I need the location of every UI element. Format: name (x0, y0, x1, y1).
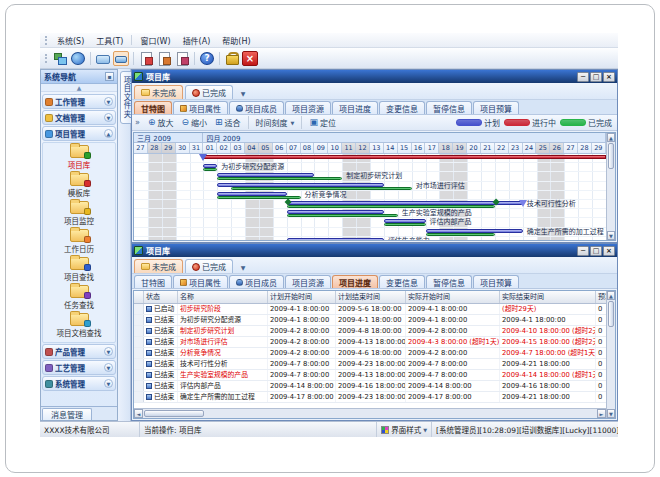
chevron-down-icon[interactable]: ▼ (104, 379, 113, 388)
table-row[interactable]: 已结束制定初步研究计划2009-4-2 8:00:002009-4-8 18:0… (134, 326, 606, 337)
column-header-计划结束时间[interactable]: 计划结束时间 (336, 291, 406, 303)
filter-tab-已完成[interactable]: 已完成 (185, 85, 233, 99)
tab-项目成员[interactable]: 项目成员 (229, 101, 284, 114)
planned-bar[interactable] (217, 183, 384, 187)
menu-system[interactable]: 系统(S) (51, 34, 90, 47)
scroll-thumb[interactable] (144, 410, 204, 417)
column-header-实际开始时间[interactable]: 实际开始时间 (406, 291, 500, 303)
maximize-button[interactable]: □ (590, 246, 602, 256)
network-icon[interactable] (52, 51, 68, 66)
table-row[interactable]: 已结束为初步研究分配资源2009-4-1 8:00:002009-4-1 18:… (134, 315, 606, 326)
minimize-button[interactable]: ─ (577, 246, 589, 256)
tab-暂停信息[interactable]: 暂停信息 (426, 275, 472, 288)
sidebar-item-项目监控[interactable]: 项目监控 (64, 201, 94, 226)
tab-项目属性[interactable]: 项目属性 (173, 101, 228, 114)
column-header-预算[interactable]: 预算 (596, 291, 606, 303)
tab-项目属性[interactable]: 项目属性 (173, 275, 228, 288)
filter-tab-未完成[interactable]: 未完成 (134, 85, 183, 99)
chevron-down-icon[interactable]: ▼ (104, 113, 113, 122)
scroll-down-icon[interactable]: ▼ (607, 409, 615, 418)
sidebar-section-4[interactable]: 产品管理▼ (42, 344, 116, 359)
completed-bar[interactable] (287, 214, 398, 217)
chevron-down-icon[interactable]: ▼ (104, 97, 113, 106)
menu-window[interactable]: 窗口(W) (134, 34, 176, 47)
close-button[interactable]: × (603, 246, 615, 256)
sidebar-item-项目文档查找[interactable]: 项目文档查找 (57, 313, 102, 338)
menu-plugin[interactable]: 插件(A) (177, 34, 217, 47)
completed-bar[interactable] (426, 233, 495, 236)
completed-bar[interactable] (231, 187, 411, 190)
zoom-out-button[interactable]: ⊖缩小 (177, 116, 211, 129)
zoom-in-button[interactable]: ⊕放大 (144, 116, 178, 129)
chevron-up-icon[interactable]: ▲ (104, 129, 113, 138)
scroll-up-icon[interactable]: ▲ (607, 133, 615, 142)
column-header-计划开始时间[interactable]: 计划开始时间 (268, 291, 336, 303)
table-row[interactable]: 已结束生产实验室规模的产品2009-4-7 8:00:002009-4-13 1… (134, 370, 606, 381)
tab-项目资源[interactable]: 项目资源 (285, 275, 331, 288)
tab-变更信息[interactable]: 变更信息 (379, 101, 425, 114)
ui-style-button[interactable]: 界面样式 ▼ (377, 422, 432, 437)
sidebar-section-2[interactable]: 文档管理▼ (42, 110, 116, 125)
zoom-fit-button[interactable]: ⊞适合 (211, 116, 245, 129)
completed-bar[interactable] (203, 168, 217, 171)
timescale-button[interactable]: 时间刻度▼ (252, 116, 299, 129)
sidebar-section-6[interactable]: 系统管理▼ (42, 376, 116, 391)
tab-项目预算[interactable]: 项目预算 (473, 275, 519, 288)
lock-icon[interactable] (224, 51, 240, 66)
column-header-实际结束时间[interactable]: 实际结束时间 (500, 291, 596, 303)
sidebar-item-项目查找[interactable]: 项目查找 (64, 257, 94, 282)
tab-甘特图[interactable]: 甘特图 (134, 275, 172, 288)
table-row[interactable]: 已结束对市场进行评估2009-4-2 8:00:002009-4-13 18:0… (134, 337, 606, 348)
sidebar-collapse-button[interactable]: ▲ (41, 84, 117, 92)
sidebar-item-模板库[interactable]: 模板库 (68, 173, 91, 198)
filter-tab-已完成[interactable]: 已完成 (185, 259, 233, 273)
table-horizontal-scrollbar[interactable]: ◄ ► (134, 408, 606, 418)
close-button[interactable]: × (603, 72, 615, 82)
scroll-right-icon[interactable]: ► (597, 409, 606, 418)
chevron-down-icon[interactable]: ▼ (104, 347, 113, 356)
gantt-vertical-scrollbar[interactable]: ▲ ▼ (606, 133, 615, 240)
scroll-up-icon[interactable]: ▲ (607, 291, 615, 300)
column-header-状态[interactable]: 状态 (144, 291, 178, 303)
scroll-thumb[interactable] (608, 143, 614, 169)
sidebar-item-项目库[interactable]: 项目库 (68, 145, 91, 170)
tab-项目资源[interactable]: 项目资源 (285, 101, 331, 114)
sidebar-section-5[interactable]: 工艺管理▼ (42, 360, 116, 375)
gantt-window-titlebar[interactable]: 项目库 ─ □ × (132, 70, 617, 83)
table-vertical-scrollbar[interactable]: ▲ ▼ (606, 291, 615, 418)
sidebar-section-3[interactable]: 项目管理▲ (42, 126, 116, 141)
globe-icon[interactable] (70, 51, 86, 66)
help-icon[interactable] (199, 51, 215, 66)
tab-项目成员[interactable]: 项目成员 (229, 275, 284, 288)
tab-message-management[interactable]: 消息管理 (42, 408, 92, 420)
exit-icon[interactable] (242, 51, 258, 66)
tab-项目进度[interactable]: 项目进度 (332, 275, 378, 288)
inprogress-bar[interactable] (203, 155, 606, 159)
planned-bar[interactable] (426, 229, 523, 233)
chevron-down-icon[interactable]: ▼ (104, 363, 113, 372)
scroll-left-icon[interactable]: ◄ (134, 409, 143, 418)
table-row[interactable]: 已结束确定生产所需的加工过程2009-4-17 8:00:002009-4-23… (134, 392, 606, 403)
folder-open-icon[interactable] (113, 51, 129, 66)
menu-tools[interactable]: 工具(T) (90, 34, 129, 47)
completed-bar[interactable] (384, 223, 426, 226)
tab-暂停信息[interactable]: 暂停信息 (426, 101, 472, 114)
filter-more-button[interactable]: ▼ (237, 261, 249, 273)
minimize-button[interactable]: ─ (577, 72, 589, 82)
tab-项目预算[interactable]: 项目预算 (473, 101, 519, 114)
table-window-titlebar[interactable]: 项目库 ─ □ × (132, 244, 617, 257)
maximize-button[interactable]: □ (590, 72, 602, 82)
column-header-名称[interactable]: 名称 (178, 291, 268, 303)
sidebar-section-1[interactable]: 工作管理▼ (42, 94, 116, 109)
filter-tab-未完成[interactable]: 未完成 (134, 259, 183, 273)
report-icon-3[interactable] (174, 51, 190, 66)
report-icon-1[interactable] (138, 51, 154, 66)
tab-甘特图[interactable]: 甘特图 (134, 101, 172, 114)
filter-more-button[interactable]: ▼ (237, 87, 249, 99)
table-row[interactable]: 已结束分析竞争情况2009-4-2 8:00:002009-4-6 18:00:… (134, 348, 606, 359)
sidebar-item-任务查找[interactable]: 任务查找 (64, 285, 94, 310)
planned-bar[interactable] (287, 238, 384, 240)
locate-button[interactable]: ▣定位 (305, 116, 340, 129)
report-icon-2[interactable] (156, 51, 172, 66)
sidebar-item-工作日历[interactable]: 工作日历 (64, 229, 94, 254)
